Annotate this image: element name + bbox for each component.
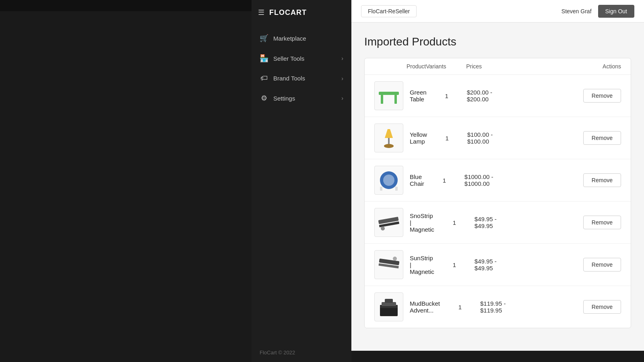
table-row: Yellow Lamp 1 $100.00 - $100.00 Remove <box>365 117 631 159</box>
sign-out-button[interactable]: Sign Out <box>598 5 634 18</box>
product-actions: Remove <box>561 216 621 229</box>
top-bar-right: Steven Graf Sign Out <box>561 5 634 18</box>
product-variants: 1 <box>440 304 480 311</box>
svg-rect-1 <box>381 95 383 104</box>
product-image <box>374 81 403 110</box>
sidebar-nav: 🛒 Marketplace 🏪 Seller Tools › 🏷 Brand T… <box>252 25 351 343</box>
product-variants: 1 <box>434 261 475 268</box>
col-header-prices: Prices <box>466 63 547 70</box>
product-name: SnoStrip | Magnetic <box>407 212 434 233</box>
brand-tools-icon: 🏷 <box>260 74 268 82</box>
sidebar-item-settings[interactable]: ⚙ Settings › <box>252 88 351 108</box>
sidebar-item-seller-tools[interactable]: 🏪 Seller Tools › <box>252 48 351 68</box>
col-header-variants: Variants <box>426 63 466 70</box>
content-area: Imported Products Product Variants Price… <box>351 23 644 351</box>
remove-button[interactable]: Remove <box>583 258 621 272</box>
product-prices: $49.95 - $49.95 <box>475 216 555 229</box>
app-topbar <box>0 0 252 11</box>
svg-point-12 <box>381 226 385 230</box>
svg-rect-9 <box>395 187 398 191</box>
svg-point-5 <box>384 144 394 148</box>
seller-tools-label: Seller Tools <box>273 55 336 62</box>
marketplace-label: Marketplace <box>273 35 343 42</box>
product-prices: $200.00 - $200.00 <box>467 89 547 103</box>
seller-tools-chevron: › <box>341 55 343 62</box>
product-rows: Green Table 1 $200.00 - $200.00 Remove Y… <box>365 75 631 328</box>
remove-button[interactable]: Remove <box>583 216 621 229</box>
remove-button[interactable]: Remove <box>583 131 621 145</box>
product-variants: 1 <box>427 93 467 99</box>
product-image <box>374 250 403 279</box>
product-name: MudBucket Advent... <box>407 300 440 314</box>
page-title: Imported Products <box>364 35 631 48</box>
remove-button[interactable]: Remove <box>583 300 621 314</box>
svg-rect-2 <box>394 95 397 104</box>
product-name: Yellow Lamp <box>407 131 427 145</box>
hamburger-icon[interactable]: ☰ <box>258 8 264 17</box>
table-row: MudBucket Advent... 1 $119.95 - $119.95 … <box>365 286 631 328</box>
product-image <box>374 166 403 195</box>
product-name: Blue Chair <box>407 173 424 187</box>
table-row: Green Table 1 $200.00 - $200.00 Remove <box>365 75 631 117</box>
user-name: Steven Graf <box>561 8 592 14</box>
product-prices: $49.95 - $49.95 <box>475 258 555 272</box>
brand-tools-chevron: › <box>341 75 343 82</box>
sidebar: ☰ FLOCART 🛒 Marketplace 🏪 Seller Tools ›… <box>252 0 351 362</box>
main-area: FloCart-ReSeller Steven Graf Sign Out Im… <box>351 0 644 351</box>
product-actions: Remove <box>561 173 621 187</box>
settings-label: Settings <box>273 95 336 102</box>
table-row: SnoStrip | Magnetic 1 $49.95 - $49.95 Re… <box>365 202 631 244</box>
svg-point-7 <box>383 175 394 186</box>
product-variants: 1 <box>434 219 475 226</box>
product-prices: $119.95 - $119.95 <box>480 300 561 314</box>
product-name: SunStrip | Magnetic <box>407 255 434 275</box>
svg-point-15 <box>393 257 397 261</box>
brand-tools-label: Brand Tools <box>273 75 336 82</box>
marketplace-icon: 🛒 <box>260 34 268 43</box>
sidebar-header: ☰ FLOCART <box>252 0 351 25</box>
col-header-image <box>374 63 407 70</box>
product-prices: $100.00 - $100.00 <box>467 131 548 145</box>
sidebar-item-marketplace[interactable]: 🛒 Marketplace <box>252 28 351 48</box>
product-image <box>374 292 403 321</box>
top-bar: FloCart-ReSeller Steven Graf Sign Out <box>351 0 644 23</box>
remove-button[interactable]: Remove <box>583 173 621 187</box>
table-row: SunStrip | Magnetic 1 $49.95 - $49.95 Re… <box>365 244 631 286</box>
product-actions: Remove <box>561 300 621 314</box>
sidebar-item-brand-tools[interactable]: 🏷 Brand Tools › <box>252 68 351 88</box>
col-header-actions: Actions <box>561 63 621 70</box>
table-row: Blue Chair 1 $1000.00 - $1000.00 Remove <box>365 159 631 202</box>
product-actions: Remove <box>561 89 621 103</box>
col-header-product: Product <box>407 63 426 70</box>
product-variants: 1 <box>427 135 467 142</box>
table-header: Product Variants Prices Actions <box>365 58 631 75</box>
product-actions: Remove <box>561 258 621 272</box>
sidebar-footer: FloCart © 2022 <box>252 343 351 362</box>
col-header-empty <box>547 63 561 70</box>
products-table: Product Variants Prices Actions Green Ta… <box>364 58 631 328</box>
sidebar-logo: FLOCART <box>269 8 307 17</box>
settings-chevron: › <box>341 95 343 101</box>
svg-rect-8 <box>380 187 382 191</box>
remove-button[interactable]: Remove <box>583 89 621 103</box>
svg-marker-3 <box>385 129 393 138</box>
product-prices: $1000.00 - $1000.00 <box>464 173 545 187</box>
seller-tools-icon: 🏪 <box>260 54 268 63</box>
product-image <box>374 123 403 152</box>
product-actions: Remove <box>561 131 621 145</box>
store-tab[interactable]: FloCart-ReSeller <box>361 5 417 17</box>
settings-icon: ⚙ <box>260 94 268 103</box>
product-image <box>374 208 403 237</box>
svg-rect-19 <box>385 299 393 303</box>
product-name: Green Table <box>407 89 427 103</box>
product-variants: 1 <box>424 177 464 184</box>
svg-rect-0 <box>379 92 399 95</box>
